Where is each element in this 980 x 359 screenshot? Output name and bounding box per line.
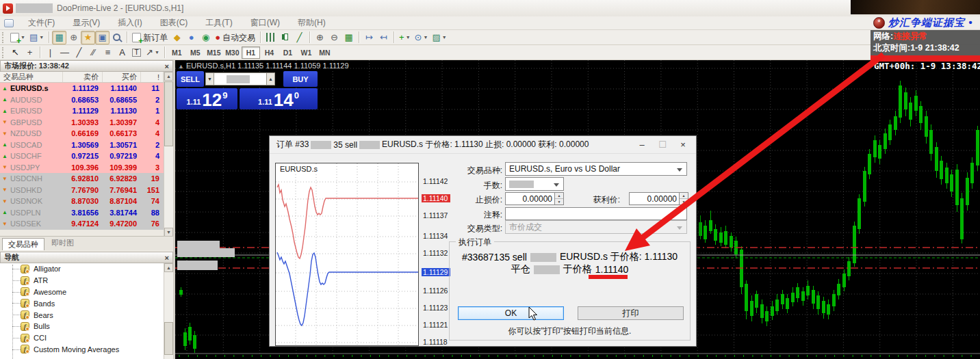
column-header-3[interactable]: 买价 [103,72,141,82]
quote-row-usdcad[interactable]: ▲USDCAD1.305691.305712 [0,139,164,151]
autotrading-button[interactable]: ●自动交易 [213,31,257,44]
dropdown-arrow-icon[interactable]: ▼ [21,35,25,40]
tab-symbols[interactable]: 交易品种 [2,238,44,250]
dialog-titlebar[interactable]: 订单 #33 35 sell EURUSD.s 于价格: 1.11130 止损:… [270,136,696,154]
navigator-item-alligator[interactable]: fAlligator [0,263,173,275]
volume-up-icon[interactable]: ▲ [266,72,275,85]
timeframe-d1-button[interactable]: D1 [279,46,297,59]
buy-price[interactable]: 1.11 14 0 [240,88,318,109]
volume-down-icon[interactable]: ▼ [205,72,214,85]
scroll-up-icon[interactable]: ▲ [164,72,173,81]
quote-row-nzdusd[interactable]: ▼NZDUSD0.661690.661734 [0,128,164,139]
close-icon[interactable]: × [165,254,169,262]
timeframe-m5-button[interactable]: M5 [186,46,205,59]
signals-button[interactable]: ◉ [198,31,213,44]
volume-field[interactable] [214,72,266,85]
menu-item-6[interactable]: 窗口(W) [242,16,289,30]
trendline-button[interactable]: ╱ [72,46,86,59]
spin-down-icon[interactable]: ▼ [680,198,688,204]
sell-button[interactable]: SELL [177,71,204,87]
metaeditor-button[interactable]: ◆ [170,31,184,44]
line-chart-button[interactable]: ╱ [292,31,307,44]
quote-row-usdjpy[interactable]: ▼USDJPY109.396109.3993 [0,162,164,174]
indicators-button[interactable]: +▼ [397,31,413,44]
quote-row-usdpln[interactable]: ▲USDPLN3.816563.8174488 [0,207,164,219]
navigator-button[interactable]: ★ [81,31,95,44]
sell-price[interactable]: 1.11 12 9 [177,88,237,109]
quote-row-usdcnh[interactable]: ▼USDCNH6.928106.9282919 [0,173,164,185]
column-header-4[interactable]: ! [141,72,164,82]
dropdown-arrow-icon[interactable]: ▼ [442,35,447,40]
timeframe-m1-button[interactable]: M1 [168,46,186,59]
navigator-item-custom-moving-averages[interactable]: fCustom Moving Averages [0,344,173,356]
chart-window-icon[interactable] [4,19,14,27]
ok-button[interactable]: OK [458,306,564,320]
horizontal-line-button[interactable]: — [57,46,72,59]
cursor-button[interactable]: ↖ [8,46,23,59]
expert-advisors-button[interactable]: ● [184,31,198,44]
arrows-button[interactable]: ↗▼ [144,46,162,59]
text-label-button[interactable]: T [129,46,144,59]
market-watch-scrollbar[interactable]: ▲ ▼ [164,72,173,237]
channel-button[interactable]: ∕∕ [86,46,101,59]
quote-row-gbpusd[interactable]: ▼GBPUSD1.303931.303974 [0,117,164,129]
timeframe-w1-button[interactable]: W1 [297,46,315,59]
volume-stepper[interactable]: ▼ ▲ [205,71,275,87]
new-order-button[interactable]: 新订单 [130,31,170,44]
navigator-item-bears[interactable]: fBears [0,309,173,321]
text-button[interactable]: A [115,46,129,59]
timeframe-mn-button[interactable]: MN [315,46,334,59]
scroll-up-icon[interactable]: ▲ [164,263,173,272]
menu-item-2[interactable]: 显示(V) [64,16,109,30]
quote-row-usdnok[interactable]: ▼USDNOK8.870308.8710474 [0,196,164,207]
timeframe-h4-button[interactable]: H4 [260,46,279,59]
timeframe-h1-button[interactable]: H1 [242,46,260,59]
navigator-item-bands[interactable]: fBands [0,297,173,309]
tab-tick-chart[interactable]: 即时图 [44,238,81,250]
bar-chart-button[interactable] [263,31,278,44]
zoom-in-button[interactable]: ⊕ [313,31,327,44]
toolbar-grip[interactable] [2,32,5,43]
terminal-button[interactable]: ▣ [95,31,109,44]
new-chart-button[interactable]: ▼ [8,31,27,44]
menu-item-4[interactable]: 图表(C) [151,16,197,30]
navigator-item-atr[interactable]: fATR [0,275,173,287]
profiles-button[interactable]: ▤▼ [27,31,46,44]
takeprofit-field[interactable]: 0.00000 ▲▼ [629,192,688,205]
menu-item-3[interactable]: 插入(I) [109,16,151,30]
vertical-line-button[interactable]: | [43,46,57,59]
navigator-item-bulls[interactable]: fBulls [0,321,173,332]
quote-row-usdchf[interactable]: ▲USDCHF0.972150.972194 [0,150,164,162]
dropdown-arrow-icon[interactable]: ▼ [39,35,44,40]
auto-scroll-button[interactable]: ↦ [362,31,376,44]
periods-button[interactable]: ⊙▼ [413,31,430,44]
buy-button[interactable]: BUY [283,71,318,87]
chart-shift-button[interactable]: ↤ [376,31,391,44]
quote-row-audusd[interactable]: ▲AUDUSD0.686530.686552 [0,94,164,106]
scrollbar-thumb[interactable] [164,322,173,355]
data-window-button[interactable]: ⊕ [66,31,81,44]
spin-up-icon[interactable]: ▲ [680,193,688,198]
candlestick-chart-button[interactable] [278,31,292,44]
toolbar-grip[interactable] [2,47,5,58]
dropdown-arrow-icon[interactable]: ▼ [406,35,411,40]
navigator-item-awesome[interactable]: fAwesome [0,287,173,298]
menu-item-7[interactable]: 帮助(H) [289,16,335,30]
dropdown-arrow-icon[interactable]: ▼ [423,35,428,40]
market-watch-button[interactable]: ▦ [52,31,66,44]
print-button[interactable]: 打印 [578,306,684,320]
fibonacci-button[interactable]: ≡ [101,46,115,59]
quote-row-eurusd.s[interactable]: ▲EURUSD.s1.111291.1114011 [0,83,164,94]
strategy-tester-button[interactable] [109,31,124,44]
scrollbar-thumb[interactable] [164,81,173,146]
templates-button[interactable]: ▨▼ [430,31,448,44]
quote-row-usdhkd[interactable]: ▼USDHKD7.767907.76941151 [0,185,164,196]
close-icon[interactable]: × [165,62,169,70]
tile-windows-button[interactable]: ▦ [341,31,356,44]
minimize-icon[interactable]: – [632,138,652,152]
quote-row-usdsek[interactable]: ▼USDSEK9.471249.4720076 [0,218,164,230]
volume-select[interactable] [505,177,564,191]
comment-input[interactable] [505,207,687,220]
symbol-select[interactable]: EURUSD.s, Euro vs US Dollar [505,162,687,176]
menu-item-1[interactable]: 文件(F) [19,16,64,30]
